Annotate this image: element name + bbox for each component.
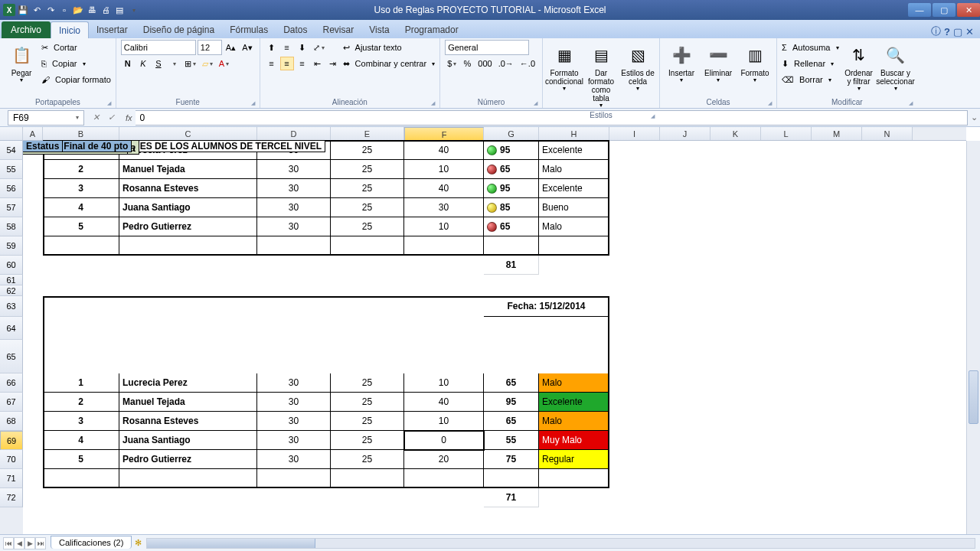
table-cell[interactable]: [331, 236, 404, 256]
table-cell[interactable]: Rosanna Esteves: [119, 179, 257, 198]
row-header-72[interactable]: 72: [0, 488, 23, 507]
table-cell[interactable]: 3: [43, 412, 119, 431]
table-cell[interactable]: 75: [484, 450, 539, 469]
table-cell[interactable]: 40: [404, 179, 484, 198]
tab-formulas[interactable]: Fórmulas: [222, 21, 276, 38]
cells-area[interactable]: 1Lucrecia Perez30254095Excelente2Manuel …: [23, 141, 966, 534]
row-header-61[interactable]: 61: [0, 275, 23, 285]
italic-button[interactable]: K: [136, 57, 150, 70]
new-icon[interactable]: ▫: [58, 4, 70, 16]
row-header-57[interactable]: 57: [0, 198, 23, 217]
col-header-C[interactable]: C: [119, 127, 257, 140]
expand-formula-icon[interactable]: ⌄: [968, 112, 980, 122]
table-cell[interactable]: 30: [257, 393, 331, 412]
align-left-icon[interactable]: ≡: [265, 57, 279, 70]
bold-button[interactable]: N: [121, 57, 135, 70]
row-header-56[interactable]: 56: [0, 179, 23, 198]
table-cell[interactable]: 25: [331, 141, 404, 160]
table-cell[interactable]: Juana Santiago: [119, 198, 257, 217]
table-cell[interactable]: [43, 236, 119, 256]
row-header-60[interactable]: 60: [0, 256, 23, 275]
table-cell[interactable]: Manuel Tejada: [119, 393, 257, 412]
font-color-button[interactable]: A: [217, 57, 231, 70]
table-cell[interactable]: 65: [484, 373, 539, 393]
tab-inicio[interactable]: Inicio: [51, 21, 89, 38]
table-cell[interactable]: Rosanna Esteves: [119, 412, 257, 431]
table-cell[interactable]: 95: [484, 141, 539, 160]
decrease-indent-icon[interactable]: ⇤: [311, 57, 325, 70]
fill-color-button[interactable]: ▱: [200, 57, 215, 70]
table-header[interactable]: Estatus: [23, 141, 63, 152]
open-icon[interactable]: 📂: [72, 4, 84, 16]
table-cell[interactable]: [539, 469, 609, 488]
restore-workbook-icon[interactable]: ▢: [953, 26, 962, 37]
increase-font-icon[interactable]: A▴: [224, 41, 238, 54]
save-icon[interactable]: 💾: [17, 4, 29, 16]
fill-button[interactable]: ⬇ Rellenar ▾: [782, 56, 838, 71]
paste-button[interactable]: 📋 Pegar ▾: [5, 40, 38, 84]
decrease-font-icon[interactable]: A▾: [240, 41, 254, 54]
table-cell[interactable]: 10: [404, 160, 484, 179]
table-cell[interactable]: 10: [404, 373, 484, 393]
table-cell[interactable]: [257, 236, 331, 256]
row-header-63[interactable]: 63: [0, 296, 23, 317]
col-header-L[interactable]: L: [761, 127, 812, 140]
table-cell[interactable]: 30: [257, 450, 331, 469]
next-sheet-icon[interactable]: ▶: [24, 537, 35, 549]
table-cell[interactable]: [43, 469, 119, 488]
col-header-J[interactable]: J: [660, 127, 710, 140]
col-header-E[interactable]: E: [331, 127, 404, 140]
col-header-I[interactable]: I: [609, 127, 660, 140]
align-top-icon[interactable]: ⬆: [265, 41, 279, 54]
col-header-N[interactable]: N: [862, 127, 913, 140]
col-header-F[interactable]: F: [404, 127, 484, 142]
col-header-G[interactable]: G: [484, 127, 539, 140]
cancel-formula-icon[interactable]: ✕: [89, 112, 103, 122]
col-header-M[interactable]: M: [812, 127, 862, 140]
table-cell[interactable]: 30: [257, 198, 331, 217]
align-center-icon[interactable]: ≡: [280, 57, 294, 70]
table-cell[interactable]: Malo: [539, 217, 609, 236]
row-header-70[interactable]: 70: [0, 450, 23, 469]
table-cell[interactable]: 25: [331, 412, 404, 431]
find-select-button[interactable]: 🔍Buscar y seleccionar▾: [879, 40, 913, 93]
table-cell[interactable]: [539, 236, 609, 256]
delete-cells-button[interactable]: ➖Eliminar▾: [701, 40, 735, 84]
selected-cell[interactable]: 0: [404, 431, 484, 450]
tab-vista[interactable]: Vista: [361, 21, 397, 38]
table-cell[interactable]: 30: [257, 431, 331, 450]
table-cell[interactable]: [404, 469, 484, 488]
table-cell[interactable]: 25: [331, 160, 404, 179]
undo-icon[interactable]: ↶: [31, 4, 43, 16]
col-header-D[interactable]: D: [257, 127, 331, 140]
table-cell[interactable]: 40: [404, 393, 484, 412]
table-cell[interactable]: Manuel Tejada: [119, 160, 257, 179]
row-header-58[interactable]: 58: [0, 217, 23, 236]
tab-datos[interactable]: Datos: [276, 21, 315, 38]
row-header-69[interactable]: 69: [0, 431, 23, 450]
table-cell[interactable]: 1: [43, 373, 119, 393]
table-cell[interactable]: Excelente: [539, 141, 609, 160]
quick-print-icon[interactable]: 🖨: [100, 4, 112, 16]
new-sheet-icon[interactable]: ✻: [135, 538, 142, 548]
hscroll-thumb[interactable]: [147, 539, 315, 548]
table-cell[interactable]: 65: [484, 160, 539, 179]
autosum-button[interactable]: Σ Autosuma ▾: [782, 40, 838, 55]
row-header-59[interactable]: 59: [0, 236, 23, 256]
name-box[interactable]: F69▾: [8, 110, 84, 126]
accept-formula-icon[interactable]: ✓: [104, 112, 118, 122]
row-header-66[interactable]: 66: [0, 373, 23, 393]
table-cell[interactable]: 20: [404, 450, 484, 469]
table-cell[interactable]: 65: [484, 412, 539, 431]
table-cell[interactable]: Juana Santiago: [119, 431, 257, 450]
table-cell[interactable]: 30: [257, 179, 331, 198]
wrap-text-button[interactable]: ↩ Ajustar texto: [343, 40, 436, 55]
row-header-68[interactable]: 68: [0, 412, 23, 431]
format-cells-button[interactable]: ▥Formato▾: [738, 40, 772, 84]
table-cell[interactable]: Lucrecia Perez: [119, 373, 257, 393]
row-header-55[interactable]: 55: [0, 160, 23, 179]
table-cell[interactable]: [257, 469, 331, 488]
table-cell[interactable]: 4: [43, 198, 119, 217]
table-cell[interactable]: 25: [331, 373, 404, 393]
fx-icon[interactable]: fx: [126, 113, 132, 122]
